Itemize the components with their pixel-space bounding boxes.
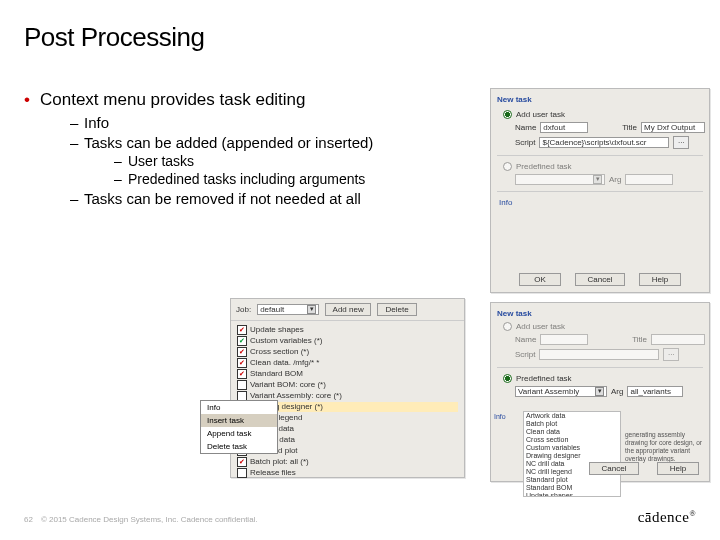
- script-label: Script: [515, 138, 535, 147]
- arg-label: Arg: [609, 175, 621, 184]
- help-button[interactable]: Help: [639, 273, 681, 286]
- panel-header: New task: [497, 309, 705, 318]
- delete-button[interactable]: Delete: [377, 303, 417, 316]
- radio-add-user[interactable]: Add user task: [503, 110, 705, 119]
- task-item[interactable]: ✔Custom variables (*): [237, 336, 458, 346]
- arg-input[interactable]: all_variants: [627, 386, 683, 397]
- predefined-select[interactable]: Variant Assembly▾: [515, 386, 607, 397]
- list-item[interactable]: Clean data: [524, 428, 620, 436]
- bullet-info: Info: [70, 114, 484, 131]
- list-item[interactable]: Cross section: [524, 436, 620, 444]
- task-item[interactable]: ✔Cross section (*): [237, 347, 458, 357]
- list-item[interactable]: Drawing designer: [524, 452, 620, 460]
- slide-title: Post Processing: [24, 22, 696, 53]
- task-item[interactable]: ✔Standard BOM: [237, 369, 458, 379]
- predefined-listbox[interactable]: Artwork dataBatch plotClean dataCross se…: [523, 411, 621, 497]
- task-item[interactable]: ✔Update shapes: [237, 325, 458, 335]
- radio-add-user[interactable]: Add user task: [503, 322, 705, 331]
- context-menu: Info Insert task Append task Delete task: [200, 400, 278, 454]
- radio-on-icon: [503, 374, 512, 383]
- name-input[interactable]: dxfout: [540, 122, 588, 133]
- checkbox[interactable]: ✔: [237, 325, 247, 335]
- ctx-delete[interactable]: Delete task: [201, 440, 277, 453]
- task-label: Cross section (*): [250, 347, 309, 357]
- cancel-button[interactable]: Cancel: [589, 462, 639, 475]
- job-label: Job:: [236, 305, 251, 314]
- radio-on-icon: [503, 110, 512, 119]
- chevron-down-icon: ▾: [307, 305, 316, 314]
- browse-button[interactable]: ...: [663, 348, 679, 361]
- page-number: 62: [24, 515, 33, 524]
- cancel-button[interactable]: Cancel: [575, 273, 625, 286]
- ctx-insert[interactable]: Insert task: [201, 414, 277, 427]
- list-item[interactable]: Standard plot: [524, 476, 620, 484]
- bullet-predefined: Prededined tasks including arguments: [114, 171, 484, 187]
- chevron-down-icon: ▾: [595, 387, 604, 396]
- browse-button[interactable]: ...: [673, 136, 689, 149]
- task-label: Batch plot: all (*): [250, 457, 309, 467]
- name-label: Name: [515, 123, 536, 132]
- script-label: Script: [515, 350, 535, 359]
- radio-off-icon: [503, 162, 512, 171]
- arg-label: Arg: [611, 387, 623, 396]
- bullet-l0: Context menu provides task editing Info …: [24, 90, 484, 207]
- bullet-remove: Tasks can be removed if not needed at al…: [70, 190, 484, 207]
- bullet-l0-text: Context menu provides task editing: [40, 90, 306, 109]
- task-label: Update shapes: [250, 325, 304, 335]
- title-label: Title: [622, 123, 637, 132]
- checkbox[interactable]: [237, 380, 247, 390]
- title-input[interactable]: My Dxf Output: [641, 122, 705, 133]
- checkbox[interactable]: ✔: [237, 336, 247, 346]
- script-input[interactable]: ${Cadence}\scripts\dxfout.scr: [539, 137, 669, 148]
- info-text: generating assembly drawing for core des…: [625, 431, 709, 463]
- radio-off-icon: [503, 322, 512, 331]
- panel-header: New task: [497, 95, 705, 104]
- name-label: Name: [515, 335, 536, 344]
- bullet-add-text: Tasks can be added (appended or inserted…: [84, 134, 373, 151]
- chevron-down-icon: ▾: [593, 175, 602, 184]
- bullet-block: Context menu provides task editing Info …: [24, 90, 484, 213]
- footer: 62 © 2015 Cadence Design Systems, Inc. C…: [24, 515, 258, 524]
- script-input[interactable]: [539, 349, 659, 360]
- info-label: Info: [499, 198, 705, 207]
- list-item[interactable]: Artwork data: [524, 412, 620, 420]
- checkbox[interactable]: ✔: [237, 457, 247, 467]
- radio-predefined[interactable]: Predefined task: [503, 162, 705, 171]
- help-button[interactable]: Help: [657, 462, 699, 475]
- task-label: Custom variables (*): [250, 336, 322, 346]
- list-item[interactable]: Standard BOM: [524, 484, 620, 492]
- title-label: Title: [632, 335, 647, 344]
- title-input[interactable]: [651, 334, 705, 345]
- ok-button[interactable]: OK: [519, 273, 561, 286]
- new-task-panel-bottom: New task Add user task Name Title Script…: [490, 302, 710, 482]
- task-label: Standard BOM: [250, 369, 303, 379]
- task-label: Variant BOM: core (*): [250, 380, 326, 390]
- checkbox[interactable]: ✔: [237, 369, 247, 379]
- job-select[interactable]: default▾: [257, 304, 319, 315]
- list-item[interactable]: Batch plot: [524, 420, 620, 428]
- bullet-user-tasks: User tasks: [114, 153, 484, 169]
- new-task-panel-top: New task Add user task Name dxfout Title…: [490, 88, 710, 293]
- list-item[interactable]: Update shapes: [524, 492, 620, 497]
- arg-input[interactable]: [625, 174, 673, 185]
- radio-predefined[interactable]: Predefined task: [503, 374, 705, 383]
- task-label: Clean data. /mfg/* *: [250, 358, 319, 368]
- ctx-info[interactable]: Info: [201, 401, 277, 414]
- checkbox[interactable]: ✔: [237, 358, 247, 368]
- task-label: Release files: [250, 468, 296, 478]
- task-item[interactable]: ✔Batch plot: all (*): [237, 457, 458, 467]
- addnew-button[interactable]: Add new: [325, 303, 371, 316]
- list-item[interactable]: Custom variables: [524, 444, 620, 452]
- ctx-append[interactable]: Append task: [201, 427, 277, 440]
- task-item[interactable]: Release files: [237, 468, 458, 478]
- checkbox[interactable]: [237, 468, 247, 478]
- name-input[interactable]: [540, 334, 588, 345]
- cadence-logo: cādence®: [638, 509, 696, 526]
- task-item[interactable]: Variant BOM: core (*): [237, 380, 458, 390]
- bullet-add: Tasks can be added (appended or inserted…: [70, 134, 484, 187]
- info-label: Info: [494, 413, 520, 420]
- predefined-select[interactable]: ▾: [515, 174, 605, 185]
- checkbox[interactable]: ✔: [237, 347, 247, 357]
- copyright: © 2015 Cadence Design Systems, Inc. Cade…: [41, 515, 258, 524]
- task-item[interactable]: ✔Clean data. /mfg/* *: [237, 358, 458, 368]
